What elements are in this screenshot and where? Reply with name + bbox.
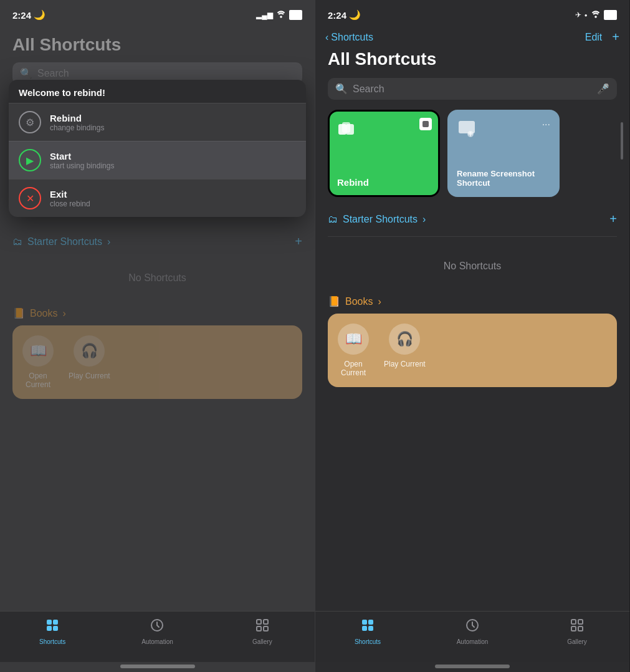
left-gallery-tab-icon (255, 618, 270, 636)
left-home-indicator (120, 665, 195, 668)
right-folder-label[interactable]: 🗂 Starter Shortcuts › (328, 214, 426, 225)
left-books-item-open: 📖 OpenCurrent (22, 335, 54, 389)
right-automation-tab-icon (465, 618, 480, 636)
separator-1 (328, 236, 617, 237)
left-status-bar: 2:24 🌙 ▂▄▆ 31 (0, 0, 315, 27)
right-rebind-stop-inner (422, 121, 429, 127)
left-books-chevron: › (62, 308, 65, 319)
right-page-title: All Shortcuts (328, 49, 617, 69)
right-screenshot-card-menu[interactable]: ··· (542, 119, 550, 130)
right-shortcuts-tab-icon (360, 618, 375, 636)
back-chevron-icon: ‹ (325, 32, 328, 43)
right-rebind-card-label: Rebind (337, 177, 431, 188)
left-tab-bar: Shortcuts Automation Gallery (0, 611, 315, 662)
left-open-current-icon: 📖 (22, 335, 54, 367)
right-airplane-icon: ✈ (575, 11, 581, 19)
scrollbar-hint (621, 122, 623, 160)
left-books-section: 📙 Books › 📖 OpenCurrent 🎧 Play Current (0, 302, 315, 404)
right-folder-plus[interactable]: + (609, 212, 617, 226)
right-tab-gallery[interactable]: Gallery (558, 618, 596, 645)
right-status-bar: 2:24 🌙 ✈ ● 31 (315, 0, 629, 27)
right-automation-tab-label: Automation (457, 638, 489, 645)
left-phone-panel: 2:24 🌙 ▂▄▆ 31 All Shortcuts 🔍 (0, 0, 315, 672)
start-item-sub: start using bindings (50, 161, 114, 170)
left-wifi-icon (276, 10, 286, 20)
right-gallery-tab-icon (570, 618, 585, 636)
left-folder-icon: 🗂 (12, 236, 22, 247)
left-status-time: 2:24 🌙 (12, 9, 45, 21)
right-home-indicator (435, 665, 510, 668)
right-mic-icon: 🎤 (597, 83, 609, 95)
rebind-menu-overlay: Welcome to rebind! ⚙ Rebind change bindi… (0, 55, 315, 611)
left-folder-chevron: › (107, 236, 110, 247)
edit-button[interactable]: Edit (585, 32, 603, 43)
right-folder-icon: 🗂 (328, 214, 338, 225)
svg-point-10 (594, 16, 597, 18)
svg-rect-24 (578, 626, 583, 631)
left-battery: 31 (289, 10, 302, 20)
svg-rect-9 (264, 626, 268, 631)
right-books-section: 📙 Books › 📖 OpenCurrent 🎧 Play Current (328, 290, 617, 392)
plus-button[interactable]: + (612, 30, 619, 44)
rebind-menu-item-exit[interactable]: ✕ Exit close rebind (9, 179, 306, 217)
svg-rect-7 (264, 620, 268, 624)
right-content: All Shortcuts 🔍 Search 🎤 (315, 49, 629, 611)
right-battery: 31 (604, 10, 617, 20)
left-moon-icon: 🌙 (34, 9, 45, 21)
exit-item-icon: ✕ (19, 187, 41, 209)
right-books-card: 📖 OpenCurrent 🎧 Play Current (328, 314, 617, 387)
left-page-title: All Shortcuts (12, 35, 302, 55)
back-button[interactable]: ‹ Shortcuts (325, 32, 373, 43)
nav-actions: Edit + (585, 30, 619, 44)
rebind-item-icon: ⚙ (19, 111, 41, 133)
svg-rect-14 (459, 121, 475, 133)
left-open-current-label: OpenCurrent (26, 372, 50, 389)
rebind-menu-item-rebind[interactable]: ⚙ Rebind change bindings (9, 103, 306, 141)
rebind-menu: Welcome to rebind! ⚙ Rebind change bindi… (9, 80, 306, 217)
right-screenshot-card[interactable]: ··· Rename Screenshot Shortcut (447, 110, 560, 197)
right-phone-panel: 2:24 🌙 ✈ ● 31 ‹ Shortcuts Edit + (315, 0, 629, 672)
right-search-bar[interactable]: 🔍 Search 🎤 (328, 78, 617, 100)
left-books-icon: 📙 (12, 307, 25, 319)
left-play-current-label: Play Current (69, 372, 110, 380)
left-tab-gallery[interactable]: Gallery (244, 618, 281, 645)
start-item-icon: ▶ (19, 149, 41, 171)
svg-rect-3 (47, 626, 52, 631)
svg-rect-18 (362, 626, 367, 631)
right-status-icons: ✈ ● 31 (575, 10, 617, 20)
svg-rect-13 (346, 124, 354, 135)
right-tab-shortcuts[interactable]: Shortcuts (349, 618, 386, 645)
right-tab-bar: Shortcuts Automation Gallery (315, 611, 629, 662)
exit-item-sub: close rebind (50, 199, 90, 208)
right-tab-automation[interactable]: Automation (454, 618, 491, 645)
right-moon-icon: 🌙 (349, 9, 361, 21)
right-search-icon: 🔍 (335, 83, 348, 95)
right-no-shortcuts: No Shortcuts (328, 242, 617, 290)
left-shortcuts-tab-icon (45, 618, 60, 636)
left-gallery-tab-label: Gallery (252, 638, 272, 645)
right-play-current-label: Play Current (384, 360, 426, 368)
right-rebind-card[interactable]: Rebind (328, 110, 440, 197)
exit-item-name: Exit (50, 189, 90, 199)
left-tab-automation[interactable]: Automation (138, 618, 176, 645)
left-automation-tab-icon (150, 618, 165, 636)
right-search-input[interactable]: Search (353, 84, 592, 95)
right-books-header[interactable]: 📙 Books › (328, 295, 617, 307)
rebind-menu-header: Welcome to rebind! (9, 80, 306, 103)
rebind-menu-title: Welcome to rebind! (19, 87, 296, 98)
left-play-current-icon: 🎧 (74, 335, 105, 367)
rebind-menu-item-start[interactable]: ▶ Start start using bindings (9, 141, 306, 179)
left-tab-shortcuts[interactable]: Shortcuts (34, 618, 71, 645)
rebind-item-sub: change bindings (50, 123, 104, 132)
right-shortcuts-tab-label: Shortcuts (355, 638, 381, 645)
left-no-shortcuts: No Shortcuts (0, 254, 315, 302)
right-rebind-stop-btn[interactable] (419, 118, 432, 130)
svg-rect-22 (578, 620, 583, 624)
left-books-card: 📖 OpenCurrent 🎧 Play Current (12, 325, 302, 399)
left-shortcuts-tab-label: Shortcuts (39, 638, 65, 645)
left-books-item-play: 🎧 Play Current (69, 335, 110, 380)
right-play-current-icon: 🎧 (389, 324, 420, 355)
right-books-icon: 📙 (328, 295, 340, 307)
svg-point-0 (280, 16, 282, 18)
svg-rect-4 (53, 626, 58, 631)
